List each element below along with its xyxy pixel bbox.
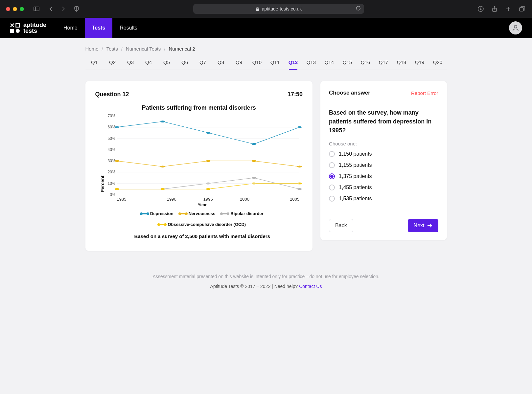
page: Home/Tests/Numerical Tests/Numerical 2 Q… [0, 38, 532, 394]
question-card: Question 12 17:50 Patients suffering fro… [85, 81, 313, 251]
legend-item: Bipolar disorder [221, 211, 263, 216]
y-tick-label: 40% [107, 147, 115, 152]
grid-line [117, 139, 300, 139]
radio-icon [329, 196, 335, 202]
chart-caption: Based on a survey of 2,500 patients with… [105, 233, 300, 239]
y-tick-label: 10% [107, 181, 115, 186]
avatar[interactable] [509, 21, 522, 34]
question-tab-q3[interactable]: Q3 [122, 57, 140, 70]
data-point [297, 165, 301, 167]
question-tab-q20[interactable]: Q20 [429, 57, 447, 70]
nav-links: HomeTestsResults [56, 18, 145, 38]
data-point [115, 188, 119, 190]
legend-label: Depression [150, 211, 173, 216]
user-icon [512, 24, 520, 32]
legend-swatch-icon [141, 213, 148, 214]
lock-icon [256, 7, 259, 11]
question-tab-q5[interactable]: Q5 [158, 57, 176, 70]
question-tab-q14[interactable]: Q14 [320, 57, 338, 70]
x-tick-label: 1990 [153, 197, 190, 202]
question-tab-q18[interactable]: Q18 [393, 57, 411, 70]
y-tick-label: 70% [107, 114, 115, 118]
question-tabs: Q1Q2Q3Q4Q5Q6Q7Q8Q9Q10Q11Q12Q13Q14Q15Q16Q… [85, 57, 447, 70]
chart-title: Patients suffering from mental disorders [99, 104, 300, 111]
answer-option[interactable]: 1,155 patients [329, 162, 438, 168]
back-button[interactable]: Back [329, 219, 353, 232]
maximize-window-icon[interactable] [20, 7, 24, 11]
question-tab-q10[interactable]: Q10 [248, 57, 266, 70]
footer-copyright: Aptitude Tests © 2017 – 2022 | Need help… [7, 284, 525, 289]
chart-plot: 0%10%20%30%40%50%60%70% [117, 116, 300, 195]
reload-icon[interactable] [356, 6, 361, 12]
option-label: 1,375 patients [339, 173, 372, 179]
question-tab-q19[interactable]: Q19 [411, 57, 429, 70]
radio-icon [329, 173, 335, 179]
question-tab-q17[interactable]: Q17 [375, 57, 393, 70]
question-tab-q2[interactable]: Q2 [104, 57, 122, 70]
breadcrumb-separator: / [102, 46, 103, 52]
y-tick-label: 30% [107, 159, 115, 163]
question-tab-q13[interactable]: Q13 [302, 57, 320, 70]
downloads-icon[interactable] [477, 5, 485, 13]
question-tab-q9[interactable]: Q9 [230, 57, 248, 70]
radio-icon [329, 162, 335, 168]
breadcrumb-separator: / [164, 46, 165, 52]
contact-us-link[interactable]: Contact Us [299, 284, 322, 289]
question-tab-q8[interactable]: Q8 [212, 57, 230, 70]
answer-option[interactable]: 1,150 patients [329, 151, 438, 157]
close-window-icon[interactable] [6, 7, 10, 11]
breadcrumb-item[interactable]: Tests [106, 46, 118, 52]
data-point [206, 188, 210, 190]
sidebar-toggle-icon[interactable] [33, 5, 40, 13]
question-tab-q7[interactable]: Q7 [194, 57, 212, 70]
forward-icon[interactable] [59, 5, 67, 13]
question-tab-q1[interactable]: Q1 [85, 57, 104, 70]
logo-icon [10, 23, 20, 33]
app-header: aptitudetests HomeTestsResults [0, 18, 532, 38]
answer-option[interactable]: 1,535 patients [329, 196, 438, 202]
x-axis-label: Year [105, 202, 300, 207]
nav-link-tests[interactable]: Tests [85, 18, 113, 38]
x-tick-label: 1985 [117, 197, 153, 202]
breadcrumb-item[interactable]: Home [85, 46, 99, 52]
answer-option[interactable]: 1,375 patients [329, 173, 438, 179]
grid-line [117, 195, 300, 195]
y-tick-label: 0% [110, 192, 115, 197]
shield-icon[interactable] [73, 5, 81, 13]
tabs-icon[interactable] [518, 5, 526, 13]
question-tab-q16[interactable]: Q16 [357, 57, 375, 70]
nav-link-results[interactable]: Results [112, 18, 144, 38]
grid-line [117, 150, 300, 150]
svg-rect-0 [34, 7, 39, 11]
question-tab-q12[interactable]: Q12 [284, 57, 302, 70]
back-icon[interactable] [47, 5, 55, 13]
y-axis-label: Percent [99, 116, 105, 239]
question-tab-q15[interactable]: Q15 [338, 57, 357, 70]
y-tick-label: 20% [107, 170, 115, 174]
browser-chrome: aptitude-tests.co.uk [0, 0, 532, 18]
footer: Assessment material presented on this we… [0, 251, 532, 299]
legend-label: Obsessive-compulsive disorder (OCD) [168, 222, 246, 227]
report-error-link[interactable]: Report Error [411, 90, 438, 96]
svg-rect-13 [16, 23, 20, 27]
question-tab-q4[interactable]: Q4 [140, 57, 158, 70]
svg-rect-3 [256, 9, 259, 11]
answer-option[interactable]: 1,455 patients [329, 185, 438, 190]
nav-link-home[interactable]: Home [56, 18, 85, 38]
minimize-window-icon[interactable] [13, 7, 17, 11]
choose-one-label: Choose one: [329, 141, 438, 146]
share-icon[interactable] [491, 5, 498, 13]
breadcrumb-item[interactable]: Numerical Tests [126, 46, 161, 52]
svg-rect-14 [10, 29, 14, 33]
legend-swatch-icon [179, 213, 187, 214]
legend-item: Obsessive-compulsive disorder (OCD) [158, 222, 246, 227]
svg-point-16 [514, 25, 517, 28]
grid-line [117, 116, 300, 116]
new-tab-icon[interactable] [504, 5, 512, 13]
logo[interactable]: aptitudetests [10, 22, 46, 34]
chart: Patients suffering from mental disorders… [95, 104, 303, 239]
address-bar[interactable]: aptitude-tests.co.uk [193, 4, 364, 14]
question-tab-q6[interactable]: Q6 [176, 57, 194, 70]
next-button[interactable]: Next [408, 219, 438, 232]
question-tab-q11[interactable]: Q11 [266, 57, 284, 70]
